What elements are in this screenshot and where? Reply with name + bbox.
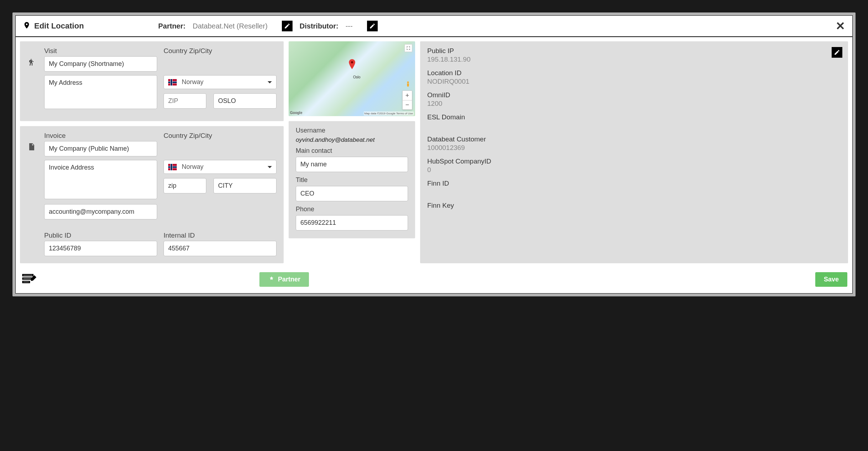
map-zoom-controls: + − [402, 90, 412, 110]
google-logo: Google [290, 111, 302, 115]
omni-id-label: OmniID [427, 91, 841, 99]
visit-panel: Visit Country Zip/City My Address [20, 41, 284, 121]
internal-id-label: Internal ID [164, 232, 277, 239]
modal-title: Edit Location [34, 21, 84, 31]
map-fullscreen-button[interactable] [404, 44, 412, 52]
visit-zip-input[interactable] [164, 93, 206, 109]
hubspot-value: 0 [427, 166, 841, 174]
visit-country-label: Country Zip/City [164, 47, 277, 55]
map-attribution: Map data ©2019 Google Terms of Use [364, 112, 414, 115]
svg-point-1 [407, 82, 409, 83]
invoice-city-input[interactable] [213, 178, 277, 193]
edit-distributor-button[interactable] [367, 21, 378, 31]
map-city-label: Oslo [353, 75, 361, 79]
partner-button[interactable]: Partner [259, 272, 309, 287]
invoice-zip-input[interactable] [164, 178, 206, 193]
visit-country-value: Norway [182, 78, 203, 86]
internal-id-input[interactable] [164, 241, 277, 256]
title-input[interactable] [296, 186, 408, 201]
streetview-pegman-icon[interactable] [404, 81, 412, 88]
esl-domain-value [427, 122, 841, 130]
invoice-address-input[interactable]: Invoice Address [44, 160, 157, 199]
map-zoom-in-button[interactable]: + [403, 91, 412, 100]
partner-label: Partner: [158, 22, 186, 30]
map-pin-icon [348, 59, 356, 71]
public-id-input[interactable] [44, 241, 157, 256]
invoice-panel: Invoice Country Zip/City Invoice Address [20, 126, 284, 263]
location-pin-icon [23, 21, 31, 31]
location-id-value: NODIRQ0001 [427, 78, 841, 85]
map-zoom-out-button[interactable]: − [403, 100, 412, 109]
username-label: Username [296, 127, 408, 134]
finn-id-label: Finn ID [427, 180, 841, 187]
finn-key-label: Finn Key [427, 202, 841, 209]
svg-point-0 [351, 61, 353, 63]
visit-address-input[interactable]: My Address [44, 75, 157, 109]
distributor-value: --- [346, 22, 353, 30]
partner-button-label: Partner [278, 276, 300, 283]
norway-flag-icon [168, 79, 177, 85]
username-value: oyvind.andhoy@databeat.net [296, 136, 408, 144]
databeat-customer-value: 1000012369 [427, 144, 841, 152]
title-label: Title [296, 176, 408, 184]
edit-info-button[interactable] [832, 47, 842, 58]
info-panel: Public IP 195.18.131.90 Location ID NODI… [420, 41, 848, 263]
invoice-country-value: Norway [182, 163, 203, 171]
invoice-publicname-input[interactable] [44, 141, 157, 156]
norway-flag-icon [168, 164, 177, 170]
visit-label: Visit [44, 47, 157, 55]
visit-city-input[interactable] [213, 93, 277, 109]
close-button[interactable]: ✕ [836, 19, 845, 33]
visit-icon [27, 47, 38, 68]
partner-value: Databeat.Net (Reseller) [193, 22, 268, 30]
invoice-email-input[interactable] [44, 204, 157, 219]
save-button[interactable]: Save [815, 272, 847, 287]
visit-country-select[interactable]: Norway [164, 75, 277, 89]
invoice-country-select[interactable]: Norway [164, 160, 277, 174]
visit-shortname-input[interactable] [44, 56, 157, 72]
finn-key-value [427, 210, 841, 218]
invoice-label: Invoice [44, 132, 157, 140]
esl-domain-label: ESL Domain [427, 113, 841, 121]
databeat-customer-label: Databeat Customer [427, 135, 841, 143]
distributor-label: Distributor: [300, 22, 339, 30]
map-panel[interactable]: Oslo + − Google Map data ©2019 Google [289, 41, 415, 116]
location-id-label: Location ID [427, 69, 841, 77]
omni-id-value: 1200 [427, 100, 841, 108]
invoice-icon [27, 132, 38, 152]
public-ip-label: Public IP [427, 47, 841, 55]
edit-partner-button[interactable] [282, 21, 293, 31]
phone-input[interactable] [296, 215, 408, 230]
public-ip-value: 195.18.131.90 [427, 56, 841, 63]
contact-panel: Username oyvind.andhoy@databeat.net Main… [289, 121, 415, 238]
modal-header: Edit Location Partner: Databeat.Net (Res… [16, 16, 852, 37]
modal-footer: Partner Save [16, 268, 852, 293]
main-contact-input[interactable] [296, 157, 408, 172]
chevron-down-icon [268, 166, 272, 168]
chevron-down-icon [268, 81, 272, 83]
main-contact-label: Main contact [296, 147, 408, 155]
public-id-label: Public ID [44, 232, 157, 239]
notes-button[interactable] [21, 270, 37, 288]
phone-label: Phone [296, 206, 408, 213]
finn-id-value [427, 188, 841, 196]
save-button-label: Save [824, 276, 839, 283]
invoice-country-label: Country Zip/City [164, 132, 277, 140]
hubspot-label: HubSpot CompanyID [427, 157, 841, 165]
